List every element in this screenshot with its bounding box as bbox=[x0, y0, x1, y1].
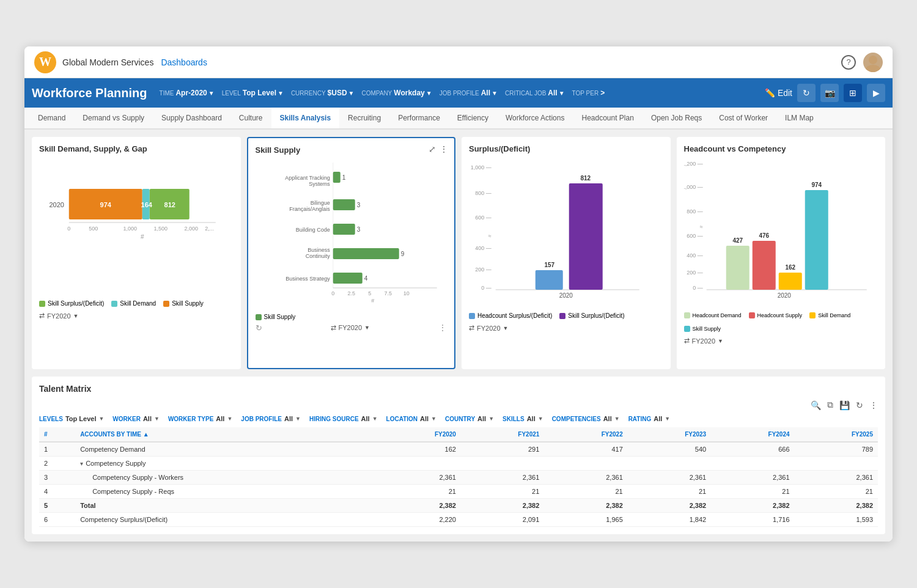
filter-hiring-source[interactable]: HIRING SOURCE All ▼ bbox=[309, 415, 378, 422]
save-icon[interactable]: 💾 bbox=[839, 400, 850, 410]
top-bar: W Global Modern Services Dashboards ? bbox=[24, 46, 893, 78]
charts-row: Skill Demand, Supply, & Gap 2020 974 164… bbox=[32, 137, 885, 369]
svg-text:2020: 2020 bbox=[50, 201, 64, 208]
svg-point-0 bbox=[869, 56, 877, 64]
edit-button[interactable]: ✏️ Edit bbox=[765, 88, 792, 98]
talent-matrix-title: Talent Matrix bbox=[39, 384, 878, 394]
svg-text:Continuity: Continuity bbox=[305, 253, 330, 259]
filter-time[interactable]: TIME Apr-2020 ▼ bbox=[160, 89, 215, 97]
chart4-fy-selector[interactable]: ⇄ FY2020 ▼ bbox=[684, 337, 723, 345]
svg-text:157: 157 bbox=[544, 262, 554, 268]
svg-text:Systems: Systems bbox=[309, 181, 330, 187]
filter-country[interactable]: COUNTRY All ▼ bbox=[445, 415, 494, 422]
filter-top-per[interactable]: TOP PER > bbox=[572, 89, 605, 97]
chart3-title: Surplus/(Deficit) bbox=[469, 144, 663, 153]
workday-logo: W bbox=[34, 51, 56, 73]
col-fy2023: FY2023 bbox=[628, 427, 711, 442]
svg-text:2020: 2020 bbox=[777, 292, 791, 299]
refresh-table-icon[interactable]: ↻ bbox=[856, 400, 863, 410]
table-row: 6 Competency Surplus/(Deficit) 2,220 2,0… bbox=[39, 513, 878, 527]
filter-critical-job[interactable]: CRITICAL JOB All ▼ bbox=[505, 89, 565, 97]
help-icon[interactable]: ? bbox=[841, 55, 856, 70]
svg-text:2.5: 2.5 bbox=[347, 290, 355, 296]
svg-rect-51 bbox=[536, 270, 563, 290]
page-title: Workforce Planning bbox=[32, 86, 147, 100]
tab-efficiency[interactable]: Efficiency bbox=[449, 108, 497, 130]
filter-location[interactable]: LOCATION All ▼ bbox=[386, 415, 436, 422]
svg-text:4: 4 bbox=[364, 275, 367, 282]
talent-matrix-section: Talent Matrix 🔍 ⧉ 💾 ↻ ⋮ LEVELS Top Level… bbox=[32, 377, 885, 534]
headcount-competency-card: Headcount vs Competency 1,200 — 1,000 — … bbox=[677, 137, 886, 369]
filter-job-profile-table[interactable]: JOB PROFILE All ▼ bbox=[241, 415, 301, 422]
filter-rating[interactable]: RATING All ▼ bbox=[628, 415, 671, 422]
svg-text:974: 974 bbox=[811, 182, 822, 188]
svg-text:5: 5 bbox=[368, 290, 371, 296]
svg-text:1,200 —: 1,200 — bbox=[684, 161, 703, 167]
camera-button[interactable]: 📷 bbox=[820, 84, 839, 102]
svg-text:≈: ≈ bbox=[488, 233, 492, 239]
filter-icon[interactable]: ⧉ bbox=[827, 400, 833, 410]
filter-currency[interactable]: CURRENCY $USD ▼ bbox=[291, 89, 355, 97]
video-button[interactable]: ▶ bbox=[867, 84, 885, 102]
tab-open-job-reqs[interactable]: Open Job Reqs bbox=[643, 108, 710, 130]
filter-levels[interactable]: LEVELS Top Level ▼ bbox=[39, 415, 104, 422]
col-accounts[interactable]: ACCOUNTS BY TIME ▲ bbox=[75, 427, 377, 442]
filter-competencies[interactable]: COMPETENCIES All ▼ bbox=[552, 415, 620, 422]
more-options-icon[interactable]: ⋮ bbox=[438, 323, 447, 333]
legend-skill-supply2: Skill Supply bbox=[256, 314, 296, 320]
refresh-button[interactable]: ↻ bbox=[797, 84, 816, 102]
chart2-title: Skill Supply bbox=[256, 145, 447, 155]
tab-skills-analysis[interactable]: Skills Analysis bbox=[271, 108, 340, 130]
tab-performance[interactable]: Performance bbox=[389, 108, 449, 130]
chart3-fy-selector[interactable]: ⇄ FY2020 ▼ bbox=[469, 324, 508, 332]
svg-text:Business Strategy: Business Strategy bbox=[285, 276, 330, 282]
tab-culture[interactable]: Culture bbox=[230, 108, 271, 130]
chart4-footer: ⇄ FY2020 ▼ bbox=[684, 337, 878, 345]
legend-skill-demand4: Skill Demand bbox=[809, 312, 850, 318]
svg-text:800 —: 800 — bbox=[475, 190, 492, 196]
svg-text:Bilingue: Bilingue bbox=[310, 200, 330, 206]
expand-icon[interactable]: ⤢ bbox=[429, 144, 436, 154]
chart3-legend: Headcount Surplus/(Deficit) Skill Surplu… bbox=[469, 312, 663, 319]
dashboards-link[interactable]: Dashboards bbox=[161, 57, 207, 67]
tab-supply-dashboard[interactable]: Supply Dashboard bbox=[153, 108, 230, 130]
chart4-title: Headcount vs Competency bbox=[684, 144, 878, 153]
more-icon[interactable]: ⋮ bbox=[440, 144, 448, 154]
svg-text:812: 812 bbox=[580, 175, 591, 182]
filter-worker[interactable]: WORKER All ▼ bbox=[112, 415, 160, 422]
chart1-title: Skill Demand, Supply, & Gap bbox=[39, 144, 234, 153]
search-icon[interactable]: 🔍 bbox=[811, 400, 821, 410]
svg-rect-71 bbox=[805, 190, 828, 290]
filter-worker-type[interactable]: WORKER TYPE All ▼ bbox=[168, 415, 232, 422]
legend-skill-surplus3: Skill Surplus/(Deficit) bbox=[559, 312, 624, 319]
svg-text:500: 500 bbox=[89, 226, 98, 232]
svg-rect-69 bbox=[778, 273, 801, 290]
filter-company[interactable]: COMPANY Workday ▼ bbox=[361, 89, 432, 97]
svg-text:400 —: 400 — bbox=[687, 252, 703, 259]
svg-rect-22 bbox=[333, 199, 355, 210]
tab-demand[interactable]: Demand bbox=[29, 108, 74, 130]
filter-skills[interactable]: SKILLS All ▼ bbox=[503, 415, 543, 422]
tab-headcount-plan[interactable]: Headcount Plan bbox=[573, 108, 642, 130]
col-fy2025: FY2025 bbox=[795, 427, 878, 442]
top-bar-right: ? bbox=[841, 53, 883, 72]
tab-workforce-actions[interactable]: Workforce Actions bbox=[497, 108, 573, 130]
tab-cost-of-worker[interactable]: Cost of Worker bbox=[710, 108, 776, 130]
more-table-icon[interactable]: ⋮ bbox=[869, 400, 878, 410]
filter-level[interactable]: LEVEL Top Level ▼ bbox=[222, 89, 284, 97]
grid-view-button[interactable]: ⊞ bbox=[844, 84, 862, 102]
chart2-fy-selector[interactable]: ⇄ FY2020 ▼ bbox=[331, 324, 370, 332]
svg-text:Building Code: Building Code bbox=[295, 227, 330, 233]
chart1-fy-selector[interactable]: ⇄ FY2020 ▼ bbox=[39, 312, 78, 320]
tab-demand-vs-supply[interactable]: Demand vs Supply bbox=[74, 108, 153, 130]
table-row: 4 Competency Supply - Reqs 21 21 21 21 2… bbox=[39, 485, 878, 499]
tab-ilm-map[interactable]: ILM Map bbox=[776, 108, 822, 130]
svg-rect-26 bbox=[333, 224, 355, 235]
svg-text:Applicant Tracking: Applicant Tracking bbox=[285, 175, 330, 181]
chart4-legend: Headcount Demand Headcount Supply Skill … bbox=[684, 312, 878, 332]
svg-rect-67 bbox=[752, 241, 775, 290]
main-content: Skill Demand, Supply, & Gap 2020 974 164… bbox=[24, 130, 893, 542]
tab-recruiting[interactable]: Recruiting bbox=[339, 108, 389, 130]
user-avatar[interactable] bbox=[863, 53, 883, 72]
filter-job-profile[interactable]: JOB PROFILE All ▼ bbox=[440, 89, 498, 97]
